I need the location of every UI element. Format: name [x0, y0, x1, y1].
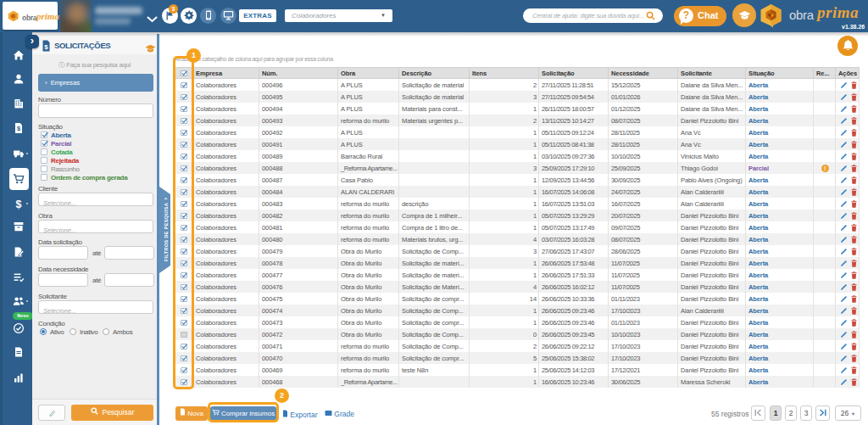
svg-text:$: $ — [16, 199, 22, 210]
svg-text:$: $ — [44, 43, 48, 51]
